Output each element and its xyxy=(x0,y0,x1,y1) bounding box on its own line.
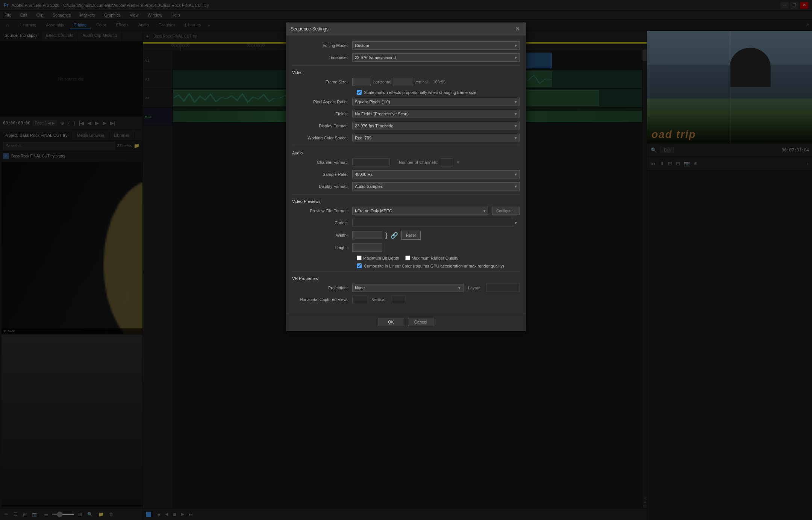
separator-4 xyxy=(292,271,520,272)
ok-button[interactable]: OK xyxy=(379,318,403,326)
display-format-select[interactable]: 23.976 fps Timecode xyxy=(352,122,520,130)
vertical-label: Vertical: xyxy=(372,297,386,302)
display-format-row: Display Format: 23.976 fps Timecode ▼ xyxy=(292,122,520,130)
num-channels-arrow: ▼ xyxy=(455,159,461,165)
horizontal-captured-controls: 0° Vertical: 0° xyxy=(352,296,520,303)
scale-checkbox-row: Scale motion effects proportionally when… xyxy=(292,90,520,95)
codec-controls: MPEG I-Frame ▼ xyxy=(352,219,520,227)
max-render-quality-checkbox[interactable] xyxy=(405,255,410,260)
timebase-row: Timebase: 23.976 frames/second ▼ xyxy=(292,53,520,62)
channel-format-input: Stereo xyxy=(352,158,390,166)
audio-display-format-row: Display Format: Audio Samples ▼ xyxy=(292,182,520,190)
sample-rate-select-wrapper: 48000 Hz ▼ xyxy=(352,170,520,178)
vr-section-header: VR Properties xyxy=(292,276,520,281)
channel-format-row: Channel Format: Stereo Number of Channel… xyxy=(292,158,520,166)
link-icon[interactable]: 🔗 xyxy=(391,232,398,239)
preview-height-input[interactable]: 1079 xyxy=(352,243,382,252)
preview-height-controls: 1079 xyxy=(352,243,520,252)
horizontal-captured-input[interactable]: 0° xyxy=(352,296,367,303)
frame-size-controls: 2704 horizontal 1520 vertical 169:95 xyxy=(352,78,520,86)
configure-button[interactable]: Configure... xyxy=(492,207,520,215)
composite-linear-checkbox[interactable] xyxy=(357,263,362,268)
audio-display-format-select[interactable]: Audio Samples xyxy=(352,182,520,190)
projection-label: Projection: xyxy=(292,286,352,290)
preview-width-controls: 1919 } 🔗 Reset xyxy=(352,231,520,240)
preview-width-input[interactable]: 1919 xyxy=(352,231,382,239)
audio-section-header: Audio xyxy=(292,151,520,155)
sample-rate-select[interactable]: 48000 Hz xyxy=(352,170,520,178)
preview-height-row: Height: 1079 xyxy=(292,243,520,252)
color-space-select-wrapper: Rec. 709 ▼ xyxy=(352,134,520,142)
max-render-quality-row: Maximum Render Quality xyxy=(405,255,458,260)
composite-linear-label: Composite in Linear Color (requires GPU … xyxy=(364,264,504,268)
codec-arrow: ▼ xyxy=(514,221,518,225)
codec-input: MPEG I-Frame xyxy=(352,219,513,227)
vertical-label: vertical xyxy=(415,80,428,84)
preview-format-select[interactable]: I-Frame Only MPEG xyxy=(352,207,488,215)
fields-row: Fields: No Fields (Progressive Scan) ▼ xyxy=(292,110,520,118)
projection-select-wrapper: None ▼ xyxy=(352,284,464,292)
composite-linear-row: Composite in Linear Color (requires GPU … xyxy=(292,263,520,268)
vertical-input[interactable]: 0° xyxy=(391,296,406,303)
preview-format-row: Preview File Format: I-Frame Only MPEG ▼… xyxy=(292,207,520,215)
preview-width-label: Width: xyxy=(292,233,352,237)
reset-button[interactable]: Reset xyxy=(401,231,421,240)
dialog-close-button[interactable]: ✕ xyxy=(514,26,521,32)
horizontal-captured-row: Horizontal Captured View: 0° Vertical: 0… xyxy=(292,296,520,303)
horizontal-captured-label: Horizontal Captured View: xyxy=(292,297,352,302)
sequence-settings-dialog: Sequence Settings ✕ Editing Mode: Custom… xyxy=(286,23,526,331)
timebase-label: Timebase: xyxy=(292,55,352,60)
dialog-title-bar: Sequence Settings ✕ xyxy=(286,23,526,35)
max-bit-depth-row: Maximum Bit Depth xyxy=(357,255,399,260)
aspect-ratio: 169:95 xyxy=(433,80,446,84)
editing-mode-select[interactable]: Custom xyxy=(352,41,520,50)
codec-row: Codec: MPEG I-Frame ▼ xyxy=(292,219,520,227)
color-space-select[interactable]: Rec. 709 xyxy=(352,134,520,142)
color-space-label: Working Color Space: xyxy=(292,136,352,140)
preview-format-label: Preview File Format: xyxy=(292,209,352,213)
max-bit-depth-checkbox[interactable] xyxy=(357,255,362,260)
separator-2 xyxy=(292,146,520,146)
pixel-aspect-select-wrapper: Square Pixels (1.0) ▼ xyxy=(352,98,520,106)
audio-display-format-label: Display Format: xyxy=(292,184,352,189)
audio-display-format-wrapper: Audio Samples ▼ xyxy=(352,182,520,190)
pixel-aspect-label: Pixel Aspect Ratio: xyxy=(292,100,352,104)
cancel-button[interactable]: Cancel xyxy=(408,318,433,326)
fields-label: Fields: xyxy=(292,112,352,116)
dialog-overlay: Sequence Settings ✕ Editing Mode: Custom… xyxy=(0,0,812,520)
frame-width-input[interactable]: 2704 xyxy=(352,78,371,86)
preview-height-label: Height: xyxy=(292,245,352,250)
editing-mode-label: Editing Mode: xyxy=(292,43,352,48)
link-bracket: } xyxy=(385,231,388,239)
sample-rate-label: Sample Rate: xyxy=(292,172,352,177)
vr-row: Projection: None ▼ Layout: Monoscopic xyxy=(292,284,520,292)
horizontal-label: horizontal xyxy=(373,80,391,84)
vr-controls: None ▼ Layout: Monoscopic xyxy=(352,284,520,292)
num-channels-input: 2 xyxy=(441,158,452,166)
num-channels-label: Number of Channels: xyxy=(399,160,438,165)
pixel-aspect-select[interactable]: Square Pixels (1.0) xyxy=(352,98,520,106)
timebase-select-wrapper: 23.976 frames/second ▼ xyxy=(352,53,520,62)
preview-width-row: Width: 1919 } 🔗 Reset xyxy=(292,231,520,240)
codec-label: Codec: xyxy=(292,221,352,225)
fields-select[interactable]: No Fields (Progressive Scan) xyxy=(352,110,520,118)
channel-format-label: Channel Format: xyxy=(292,160,352,165)
max-bit-depth-label: Maximum Bit Depth xyxy=(363,256,399,260)
timebase-select[interactable]: 23.976 frames/second xyxy=(352,53,520,62)
separator-1 xyxy=(292,65,520,66)
preview-format-controls: I-Frame Only MPEG ▼ Configure... xyxy=(352,207,520,215)
video-previews-header: Video Previews xyxy=(292,199,520,204)
scale-checkbox[interactable] xyxy=(357,90,362,95)
layout-label: Layout: xyxy=(468,286,482,290)
projection-select[interactable]: None xyxy=(352,284,464,292)
pixel-aspect-row: Pixel Aspect Ratio: Square Pixels (1.0) … xyxy=(292,98,520,106)
dialog-body: Editing Mode: Custom ▼ Timebase: 23.976 … xyxy=(286,35,526,313)
frame-height-input[interactable]: 1520 xyxy=(394,78,412,86)
video-section-header: Video xyxy=(292,70,520,75)
quality-checkboxes: Maximum Bit Depth Maximum Render Quality xyxy=(292,255,520,260)
dialog-footer: OK Cancel xyxy=(286,313,526,331)
frame-size-row: Frame Size: 2704 horizontal 1520 vertica… xyxy=(292,78,520,86)
display-format-select-wrapper: 23.976 fps Timecode ▼ xyxy=(352,122,520,130)
audio-channel-controls: Stereo Number of Channels: 2 ▼ xyxy=(352,158,520,166)
sample-rate-row: Sample Rate: 48000 Hz ▼ xyxy=(292,170,520,178)
